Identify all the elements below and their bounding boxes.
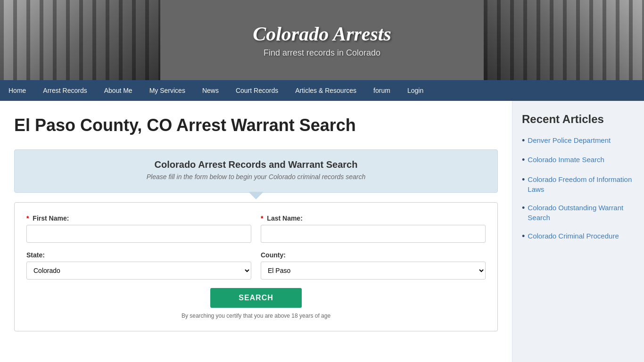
list-item: • Colorado Inmate Search <box>522 155 635 165</box>
state-group: State: Colorado Alabama Alaska Arizona A… <box>26 251 251 280</box>
county-select[interactable]: El Paso Adams Arapahoe Boulder Denver Je… <box>261 262 486 280</box>
main-navigation: Home Arrest Records About Me My Services… <box>0 80 644 101</box>
state-label: State: <box>26 251 251 259</box>
sidebar-link-inmate-search[interactable]: Colorado Inmate Search <box>528 155 604 165</box>
nav-item-news[interactable]: News <box>194 80 227 101</box>
header-center: Colorado Arrests Find arrest records in … <box>253 23 391 58</box>
main-wrapper: El Paso County, CO Arrest Warrant Search… <box>0 101 644 362</box>
first-name-group: * First Name: <box>26 214 251 243</box>
last-name-input[interactable] <box>261 225 486 243</box>
sidebar: Recent Articles • Denver Police Departme… <box>512 101 644 362</box>
location-row: State: Colorado Alabama Alaska Arizona A… <box>26 251 486 280</box>
site-title: Colorado Arrests <box>253 23 391 45</box>
bullet-icon: • <box>522 231 525 242</box>
name-row: * First Name: * Last Name: <box>26 214 486 243</box>
header-bg-right <box>484 0 644 80</box>
sidebar-link-outstanding-warrant[interactable]: Colorado Outstanding Warrant Search <box>528 203 635 222</box>
site-header: Colorado Arrests Find arrest records in … <box>0 0 644 80</box>
nav-item-login[interactable]: Login <box>399 80 432 101</box>
nav-item-arrest-records[interactable]: Arrest Records <box>34 80 95 101</box>
recent-articles-list: • Denver Police Department • Colorado In… <box>522 135 635 242</box>
nav-item-about-me[interactable]: About Me <box>96 80 141 101</box>
list-item: • Denver Police Department <box>522 135 635 146</box>
state-select[interactable]: Colorado Alabama Alaska Arizona Arkansas… <box>26 262 251 280</box>
sidebar-link-denver-police[interactable]: Denver Police Department <box>528 135 611 145</box>
sidebar-link-criminal-procedure[interactable]: Colorado Criminal Procedure <box>528 231 619 241</box>
nav-item-home[interactable]: Home <box>0 80 34 101</box>
bullet-icon: • <box>522 174 525 185</box>
page-title: El Paso County, CO Arrest Warrant Search <box>14 115 498 135</box>
content-area: El Paso County, CO Arrest Warrant Search… <box>0 101 512 362</box>
nav-item-court-records[interactable]: Court Records <box>227 80 287 101</box>
nav-item-forum[interactable]: forum <box>365 80 399 101</box>
last-name-label: * Last Name: <box>261 214 486 222</box>
search-box-subtitle: Please fill in the form below to begin y… <box>26 173 486 181</box>
header-bg-left <box>0 0 160 80</box>
bullet-icon: • <box>522 155 525 165</box>
nav-item-articles-resources[interactable]: Articles & Resources <box>287 80 365 101</box>
bullet-icon: • <box>522 203 525 214</box>
sidebar-link-freedom-info[interactable]: Colorado Freedom of Information Laws <box>528 174 635 194</box>
county-label: County: <box>261 251 486 259</box>
first-name-required-star: * <box>26 214 29 222</box>
site-subtitle: Find arrest records in Colorado <box>253 48 391 58</box>
list-item: • Colorado Freedom of Information Laws <box>522 174 635 194</box>
search-header-box: Colorado Arrest Records and Warrant Sear… <box>14 149 498 193</box>
certify-text: By searching you certify that you are ab… <box>26 313 486 319</box>
bullet-icon: • <box>522 135 525 146</box>
sidebar-title: Recent Articles <box>522 113 635 126</box>
list-item: • Colorado Criminal Procedure <box>522 231 635 242</box>
county-group: County: El Paso Adams Arapahoe Boulder D… <box>261 251 486 280</box>
search-button[interactable]: SEARCH <box>210 288 302 308</box>
list-item: • Colorado Outstanding Warrant Search <box>522 203 635 222</box>
search-button-row: SEARCH <box>26 288 486 308</box>
first-name-label: * First Name: <box>26 214 251 222</box>
last-name-group: * Last Name: <box>261 214 486 243</box>
search-form-area: * First Name: * Last Name: State: <box>14 202 498 331</box>
first-name-input[interactable] <box>26 225 251 243</box>
search-box-title: Colorado Arrest Records and Warrant Sear… <box>26 159 486 170</box>
nav-item-my-services[interactable]: My Services <box>141 80 194 101</box>
last-name-required-star: * <box>261 214 263 222</box>
